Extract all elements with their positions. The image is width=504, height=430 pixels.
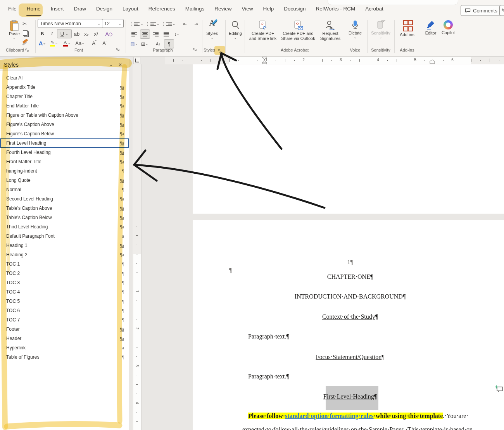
styles-gallery-button[interactable]: A Styles ⌄ xyxy=(204,20,220,39)
tab-layout[interactable]: Layout xyxy=(117,0,143,17)
dictate-button[interactable]: Dictate ⌄ xyxy=(347,20,364,39)
clipped-bottom-line[interactable]: expected·to·follow·all·the·rules/guideli… xyxy=(242,426,463,430)
highlight-color-button[interactable]: ✎ ⌄ xyxy=(48,39,60,47)
chevron-down-icon[interactable]: ⌄ xyxy=(106,62,116,67)
style-item-second-level-heading[interactable]: Second Level Heading¶a xyxy=(0,194,129,204)
request-signatures-button[interactable]: Request Signatures xyxy=(318,20,343,41)
chapter-title[interactable]: INTRODUCTION·AND·BACKGROUND¶ xyxy=(229,293,471,300)
editing-button[interactable]: Editing ⌄ xyxy=(227,20,243,39)
style-item-third-level-heading[interactable]: Third Level Heading¶a xyxy=(0,222,129,231)
bullets-button[interactable]: ⋮⌄ xyxy=(129,22,143,26)
style-item-clear-all[interactable]: Clear All xyxy=(0,73,129,83)
style-item-first-level-heading[interactable]: First Level Heading¶a xyxy=(0,138,129,148)
document-page-1[interactable] xyxy=(193,64,504,214)
tab-references[interactable]: References xyxy=(143,0,180,17)
tab-review[interactable]: Review xyxy=(209,0,236,17)
tab-docusign[interactable]: Docusign xyxy=(279,0,311,17)
styles-pane-header[interactable]: Styles ⌄ ✕ xyxy=(0,59,129,71)
change-case-button[interactable]: Aa⌄ xyxy=(74,39,86,47)
tab-acrobat[interactable]: Acrobat xyxy=(360,0,388,17)
font-dialog-launcher[interactable] xyxy=(116,48,120,52)
notice-line[interactable]: Please·follow·standard·option·formatting… xyxy=(248,413,468,420)
styles-dialog-launcher[interactable] xyxy=(218,49,222,53)
style-item-toc-1[interactable]: TOC 1¶ xyxy=(0,259,129,269)
context-heading[interactable]: Context·of·the·Study¶ xyxy=(229,313,471,320)
style-item-toc-5[interactable]: TOC 5¶ xyxy=(0,297,129,306)
decrease-indent-button[interactable]: ⇤ xyxy=(180,20,190,28)
style-item-table-s-caption-above[interactable]: Table's Caption Above¶a xyxy=(0,204,129,213)
style-item-figure-s-caption-below[interactable]: Figure's Caption Below¶a xyxy=(0,129,129,138)
bold-button[interactable]: B xyxy=(38,29,47,38)
shading-button[interactable]: ▨⌄ xyxy=(129,40,139,48)
comments-button[interactable]: Comments xyxy=(461,5,502,16)
tab-insert[interactable]: Insert xyxy=(46,0,69,17)
style-item-front-matter-title[interactable]: Front Matter Title¶a xyxy=(0,157,129,166)
align-right-button[interactable] xyxy=(151,30,161,38)
style-item-toc-7[interactable]: TOC 7¶ xyxy=(0,315,129,325)
add-ins-button[interactable]: Add-ins xyxy=(397,20,417,37)
align-left-button[interactable] xyxy=(129,30,139,38)
align-center-button[interactable] xyxy=(140,29,150,39)
style-item-table-s-caption-below[interactable]: Table's Caption Below¶a xyxy=(0,213,129,222)
font-name-combo[interactable]: Times New Roman ⌄ xyxy=(38,19,103,28)
strikethrough-button[interactable]: ab xyxy=(72,29,81,38)
partial-edge-button[interactable]: ✎ xyxy=(499,5,504,16)
superscript-button[interactable]: x² xyxy=(91,29,101,38)
paragraph-text-1[interactable]: Paragraph·text.¶ xyxy=(248,333,289,340)
justify-button[interactable] xyxy=(162,30,171,38)
italic-button[interactable]: I xyxy=(47,29,57,38)
cut-button[interactable]: ✂ xyxy=(22,21,27,27)
paragraph-dialog-launcher[interactable] xyxy=(193,48,197,52)
underline-button[interactable]: U ⌄ xyxy=(57,29,72,38)
tab-file[interactable]: File xyxy=(3,0,22,17)
new-comment-indicator-icon[interactable] xyxy=(495,385,503,394)
style-item-toc-4[interactable]: TOC 4¶ xyxy=(0,287,129,297)
numbering-button[interactable]: ⋮⌄ xyxy=(146,22,160,26)
tab-draw[interactable]: Draw xyxy=(69,0,91,17)
text-effects-button[interactable]: A⌄ xyxy=(38,39,47,47)
tab-stop-selector[interactable] xyxy=(133,57,140,64)
line-spacing-button[interactable]: ↕⌄ xyxy=(172,30,181,38)
close-icon[interactable]: ✕ xyxy=(116,62,125,67)
style-item-figure-s-caption-above[interactable]: Figure's Caption Above¶a xyxy=(0,120,129,129)
clear-formatting-button[interactable]: A◇ xyxy=(104,29,114,38)
create-pdf-outlook-button[interactable]: Create PDF and Share via Outlook xyxy=(280,20,316,41)
sort-button[interactable]: A↓ xyxy=(154,40,163,48)
format-painter-button[interactable] xyxy=(22,40,28,42)
copilot-button[interactable]: Copilot xyxy=(439,20,457,35)
paste-button[interactable]: Paste ⌄ xyxy=(5,20,23,40)
shrink-font-button[interactable]: Aˇ xyxy=(100,39,109,47)
tab-view[interactable]: View xyxy=(236,0,258,17)
empty-paragraph-mark[interactable]: ¶ xyxy=(229,267,232,274)
formatting-rules-link[interactable]: standard·option·formatting·rules xyxy=(285,413,373,419)
document-page-2[interactable]: 1¶ ¶ CHAPTER·ONE¶ INTRODUCTION·AND·BACKG… xyxy=(193,220,504,430)
font-size-combo[interactable]: 12 ⌄ xyxy=(102,19,124,28)
style-item-toc-2[interactable]: TOC 2¶ xyxy=(0,269,129,278)
style-item-appendix-title[interactable]: Appendix Title¶a xyxy=(0,83,129,92)
style-item-normal[interactable]: Normal¶ xyxy=(0,185,129,194)
multilevel-list-button[interactable]: ⋮⌄ xyxy=(162,22,176,26)
font-color-button[interactable]: A ⌄ xyxy=(61,39,72,47)
clipboard-dialog-launcher[interactable] xyxy=(25,48,29,52)
style-item-figure-or-table-with-caption-above[interactable]: Figure or Table with Caption Above¶a xyxy=(0,111,129,120)
chapter-heading[interactable]: CHAPTER·ONE¶ xyxy=(229,273,471,280)
style-item-default-paragraph-font[interactable]: Default Paragraph Fonta xyxy=(0,231,129,241)
style-item-footer[interactable]: Footer¶a xyxy=(0,325,129,334)
style-item-chapter-title[interactable]: Chapter Title¶a xyxy=(0,92,129,101)
style-item-header[interactable]: Header¶a xyxy=(0,334,129,343)
tab-design[interactable]: Design xyxy=(91,0,117,17)
editor-button[interactable]: Editor xyxy=(423,20,439,36)
tab-refworks-rcm[interactable]: RefWorks - RCM xyxy=(311,0,361,17)
show-formatting-marks-button[interactable]: ¶ xyxy=(164,39,174,48)
grow-font-button[interactable]: Aˆ xyxy=(90,39,99,47)
tab-mailings[interactable]: Mailings xyxy=(180,0,210,17)
style-item-end-matter-title[interactable]: End Matter Title¶a xyxy=(0,101,129,111)
style-item-table-of-figures[interactable]: Table of Figures¶ xyxy=(0,352,129,362)
first-level-heading-line[interactable]: First·Level·Heading¶ xyxy=(229,393,471,400)
style-item-toc-3[interactable]: TOC 3¶ xyxy=(0,278,129,287)
style-item-heading-1[interactable]: Heading 1¶a xyxy=(0,241,129,250)
style-item-heading-2[interactable]: Heading 2¶a xyxy=(0,250,129,259)
style-item-hanging-indent[interactable]: hanging-indent¶ xyxy=(0,166,129,176)
borders-button[interactable]: ⊞⌄ xyxy=(140,40,149,48)
page-number-line[interactable]: 1¶ xyxy=(229,259,471,266)
